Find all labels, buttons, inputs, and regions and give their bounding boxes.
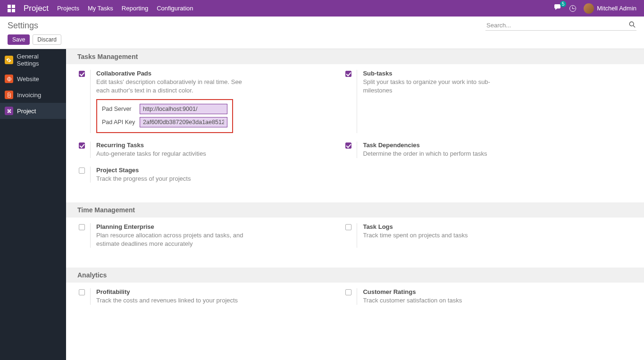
- search-icon[interactable]: [629, 21, 636, 29]
- setting-desc: Determine the order in which to perform …: [363, 150, 514, 158]
- nav-configuration[interactable]: Configuration: [157, 5, 193, 12]
- document-icon: [5, 91, 13, 99]
- setting-title: Collaborative Pads: [96, 70, 333, 77]
- setting-desc: Edit tasks' description collaboratively …: [96, 78, 247, 94]
- checkbox-project-stages[interactable]: [79, 167, 85, 174]
- sidebar-item-label: Project: [17, 108, 36, 115]
- setting-recurring-tasks: Recurring Tasks Auto-generate tasks for …: [77, 142, 333, 158]
- svg-point-0: [629, 22, 634, 26]
- discard-button[interactable]: Discard: [33, 34, 61, 45]
- setting-title: Recurring Tasks: [96, 142, 333, 149]
- activity-icon[interactable]: [569, 5, 576, 12]
- messaging-badge: 5: [560, 1, 567, 7]
- globe-icon: [5, 75, 13, 83]
- setting-desc: Auto-generate tasks for regular activiti…: [96, 150, 247, 158]
- sidebar-item-label: Invoicing: [17, 92, 41, 99]
- setting-sub-tasks: Sub-tasks Split your tasks to organize y…: [344, 70, 599, 133]
- setting-customer-ratings: Customer Ratings Track customer satisfac…: [344, 288, 599, 305]
- apps-icon[interactable]: [8, 5, 15, 12]
- setting-collaborative-pads: Collaborative Pads Edit tasks' descripti…: [77, 70, 333, 133]
- sidebar-item-general-settings[interactable]: General Settings: [0, 49, 66, 71]
- setting-desc: Split your tasks to organize your work i…: [363, 78, 514, 94]
- messaging-icon[interactable]: 5: [554, 4, 562, 12]
- setting-title: Task Dependencies: [363, 142, 599, 149]
- checkbox-customer-ratings[interactable]: [345, 289, 351, 295]
- user-name: Mitchell Admin: [597, 5, 636, 12]
- search-input[interactable]: [485, 20, 636, 31]
- nav-my-tasks[interactable]: My Tasks: [88, 5, 113, 12]
- settings-content: Tasks Management Collaborative Pads Edit…: [66, 49, 644, 360]
- setting-title: Customer Ratings: [363, 288, 599, 295]
- pad-server-input[interactable]: [140, 104, 227, 114]
- setting-task-logs: Task Logs Track time spent on projects a…: [344, 223, 599, 248]
- avatar: [584, 3, 594, 14]
- puzzle-icon: [5, 107, 13, 115]
- checkbox-task-dependencies[interactable]: [345, 142, 351, 149]
- setting-title: Sub-tasks: [363, 70, 599, 77]
- section-title-tasks: Tasks Management: [66, 49, 644, 64]
- setting-desc: Track time spent on projects and tasks: [363, 231, 514, 240]
- pad-config-highlight: Pad Server Pad API Key: [96, 99, 233, 133]
- setting-title: Task Logs: [363, 223, 599, 230]
- setting-desc: Plan resource allocation across projets …: [96, 231, 247, 248]
- setting-desc: Track the progress of your projects: [96, 175, 247, 183]
- checkbox-task-logs[interactable]: [345, 224, 351, 230]
- page-title: Settings: [8, 21, 38, 31]
- save-button[interactable]: Save: [8, 34, 30, 45]
- setting-title: Project Stages: [96, 167, 333, 174]
- setting-desc: Track the costs and revenues linked to y…: [96, 296, 247, 305]
- setting-profitability: Profitability Track the costs and revenu…: [77, 288, 333, 305]
- pad-api-key-label: Pad API Key: [102, 119, 140, 126]
- setting-desc: Track customer satisfaction on tasks: [363, 296, 514, 305]
- setting-project-stages: Project Stages Track the progress of you…: [77, 167, 333, 183]
- nav-projects[interactable]: Projects: [57, 5, 79, 12]
- brand-title[interactable]: Project: [24, 4, 49, 13]
- user-menu[interactable]: Mitchell Admin: [584, 3, 636, 14]
- sidebar-item-invoicing[interactable]: Invoicing: [0, 87, 66, 103]
- svg-line-1: [633, 25, 635, 27]
- sidebar-item-label: General Settings: [17, 53, 61, 67]
- section-title-analytics: Analytics: [66, 268, 644, 283]
- checkbox-sub-tasks[interactable]: [345, 71, 351, 77]
- setting-planning-enterprise: Planning Enterprise Plan resource alloca…: [77, 223, 333, 248]
- setting-task-dependencies: Task Dependencies Determine the order in…: [344, 142, 599, 158]
- checkbox-profitability[interactable]: [79, 289, 85, 295]
- pad-api-key-input[interactable]: [140, 117, 227, 127]
- sidebar-item-label: Website: [17, 75, 39, 83]
- setting-title: Planning Enterprise: [96, 223, 333, 230]
- settings-sidebar: General Settings Website Invoicing Proje…: [0, 49, 66, 360]
- top-nav: Project Projects My Tasks Reporting Conf…: [0, 0, 644, 17]
- checkbox-collaborative-pads[interactable]: [79, 71, 85, 77]
- sidebar-item-project[interactable]: Project: [0, 103, 66, 119]
- pad-server-label: Pad Server: [102, 106, 140, 112]
- checkbox-recurring-tasks[interactable]: [79, 142, 85, 149]
- checkbox-planning-enterprise[interactable]: [79, 224, 85, 230]
- setting-title: Profitability: [96, 288, 333, 295]
- sidebar-item-website[interactable]: Website: [0, 71, 66, 87]
- control-panel: Settings Save Discard: [0, 17, 644, 49]
- gear-icon: [5, 56, 13, 64]
- nav-reporting[interactable]: Reporting: [122, 5, 148, 12]
- section-title-time: Time Management: [66, 202, 644, 218]
